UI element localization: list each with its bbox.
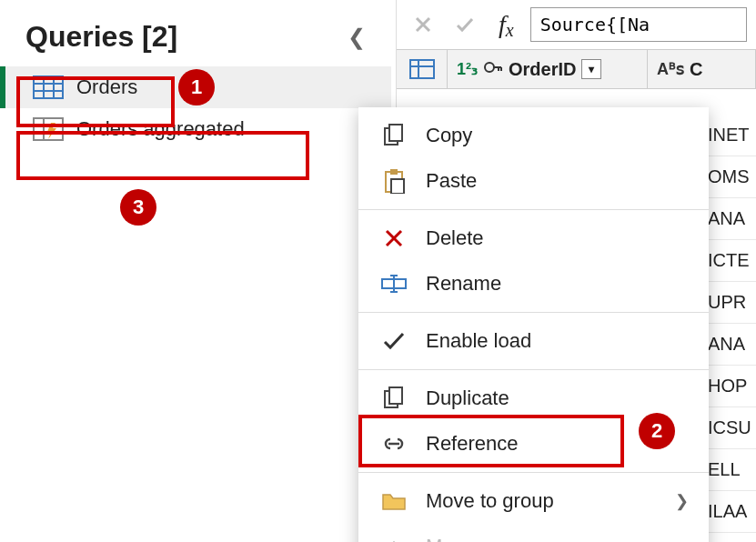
table-cell[interactable]: OMS — [706, 156, 756, 198]
menu-separator — [358, 369, 709, 370]
menu-item-label: Delete — [426, 226, 689, 250]
menu-separator — [358, 312, 709, 313]
svg-rect-11 — [410, 60, 434, 78]
menu-item-enable-load[interactable]: Enable load — [358, 318, 709, 364]
menu-item-delete[interactable]: Delete — [358, 216, 709, 261]
folder-icon — [378, 487, 409, 515]
column-header-second[interactable]: Aᴮꜱ C — [648, 50, 756, 88]
fx-icon[interactable]: fx — [489, 10, 523, 39]
formula-commit-icon[interactable] — [448, 7, 482, 42]
table-corner-icon[interactable] — [397, 50, 448, 88]
query-item-label: Orders aggregated — [76, 117, 245, 141]
delete-icon — [378, 225, 409, 252]
table-cell[interactable]: INET — [706, 115, 756, 156]
menu-item-label: Copy — [426, 124, 689, 147]
key-icon — [483, 57, 503, 82]
table-cell[interactable]: ICTE — [706, 240, 756, 282]
chevron-right-icon: ❯ — [675, 491, 689, 511]
paste-icon — [378, 167, 409, 195]
column-name: C — [690, 59, 702, 80]
formula-cancel-icon[interactable] — [406, 7, 440, 42]
svg-rect-5 — [34, 118, 63, 140]
table-cell[interactable]: ELL — [706, 449, 756, 491]
menu-item-label: Enable load — [426, 329, 689, 353]
check-icon — [378, 327, 409, 355]
menu-separator — [358, 472, 709, 473]
menu-item-rename[interactable]: Rename — [358, 261, 709, 306]
menu-separator — [358, 209, 709, 210]
menu-item-label: Rename — [426, 272, 689, 296]
svg-rect-22 — [391, 179, 404, 194]
svg-rect-19 — [389, 125, 402, 141]
column-filter-dropdown-icon[interactable]: ▾ — [581, 59, 601, 79]
table-icon — [33, 75, 64, 99]
menu-item-copy[interactable]: Copy — [358, 113, 709, 158]
table-lightning-icon — [33, 117, 64, 141]
column-name: OrderID — [509, 59, 576, 80]
table-cell[interactable]: ICSU — [706, 407, 756, 449]
menu-item-label: Paste — [426, 169, 689, 193]
annotation-badge-3: 3 — [120, 189, 156, 226]
menu-item-move-up[interactable]: Move up — [358, 524, 709, 542]
menu-item-label: Move to group — [426, 489, 659, 513]
reference-icon — [378, 430, 409, 457]
annotation-badge-2: 2 — [639, 413, 675, 449]
copy-icon — [378, 122, 409, 149]
column-header-orderid[interactable]: 1²₃ OrderID ▾ — [448, 50, 648, 88]
table-cell[interactable]: ILAA — [706, 491, 756, 533]
text-type-icon: Aᴮꜱ — [657, 59, 684, 79]
menu-item-paste[interactable]: Paste — [358, 158, 709, 204]
number-type-icon: 1²₃ — [457, 59, 478, 79]
table-cell[interactable]: ANA — [706, 198, 756, 240]
menu-item-move-to-group[interactable]: Move to group ❯ — [358, 478, 709, 524]
up-icon — [378, 533, 409, 542]
column-headers: 1²₃ OrderID ▾ Aᴮꜱ C — [397, 49, 756, 89]
menu-item-label: Move up — [426, 535, 689, 542]
table-cell[interactable]: ANA — [706, 324, 756, 366]
svg-rect-30 — [389, 387, 402, 404]
svg-point-14 — [485, 63, 494, 72]
formula-bar: fx — [397, 0, 756, 49]
collapse-panel-chevron-icon[interactable]: ❮ — [348, 25, 366, 50]
query-item-orders-aggregated[interactable]: Orders aggregated — [0, 108, 391, 150]
svg-rect-0 — [34, 76, 63, 98]
queries-title: Queries [2] — [25, 20, 177, 54]
rename-icon — [378, 270, 409, 297]
svg-rect-21 — [390, 169, 398, 175]
context-menu: Copy Paste Delete Rename Enable load Dup… — [358, 107, 709, 542]
formula-input[interactable] — [530, 7, 747, 42]
query-item-label: Orders — [76, 75, 137, 99]
menu-item-label: Duplicate — [426, 386, 689, 410]
table-cell[interactable]: HOP — [706, 366, 756, 407]
table-cell[interactable]: UPR — [706, 282, 756, 324]
queries-header: Queries [2] ❮ — [0, 0, 391, 66]
annotation-badge-1: 1 — [178, 69, 215, 105]
duplicate-icon — [378, 385, 409, 412]
